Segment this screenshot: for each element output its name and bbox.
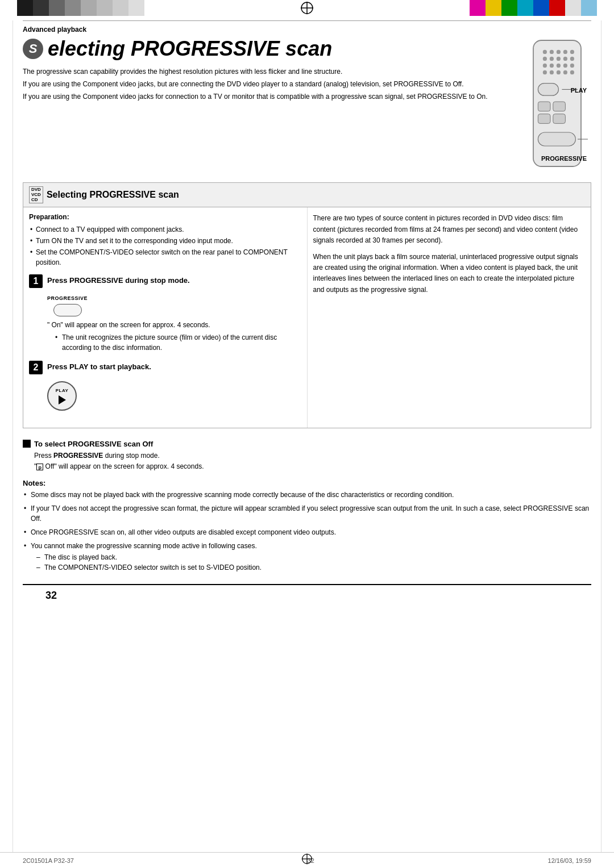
preparation-label: Preparation: <box>29 213 301 221</box>
svg-point-12 <box>563 57 567 61</box>
section-box-body: Preparation: Connect to a TV equipped wi… <box>23 207 591 428</box>
svg-point-23 <box>570 70 574 74</box>
big-title-section: electing PROGRESSIVE scan The progressiv… <box>23 37 591 173</box>
color-swatch-1 <box>17 0 33 16</box>
select-off-line-2: "p Off" will appear on the screen for ap… <box>34 461 591 472</box>
color-swatch-4 <box>65 0 81 16</box>
svg-point-22 <box>563 70 567 74</box>
select-off-title: To select PROGRESSIVE scan Off <box>34 440 153 448</box>
big-title: electing PROGRESSIVE scan <box>23 37 489 61</box>
svg-point-21 <box>557 70 561 74</box>
title-icon <box>23 39 43 59</box>
note-2: If your TV does not accept the progressi… <box>23 503 591 524</box>
note-1: Some discs may not be played back with t… <box>23 490 591 500</box>
notes-sub-list: The disc is played back. The COMPONENT/S… <box>31 552 591 573</box>
big-title-text-col: electing PROGRESSIVE scan The progressiv… <box>23 37 489 173</box>
big-title-intro: The progressive scan capability provides… <box>23 66 489 102</box>
svg-point-17 <box>563 64 567 68</box>
svg-rect-29 <box>553 114 566 124</box>
prep-item-2: Turn ON the TV and set it to the corresp… <box>29 236 301 246</box>
select-off-body: Press PROGRESSIVE during stop mode. "p O… <box>23 450 591 472</box>
color-swatch-5 <box>81 0 97 16</box>
page-number-section: 32 <box>23 584 591 606</box>
color-swatch-magenta <box>470 0 486 16</box>
step-1: 1 Press PROGRESSIVE during stop mode. PR… <box>29 274 301 353</box>
color-swatch-green <box>501 0 517 16</box>
notes-sub-item-2: The COMPONENT/S-VIDEO selector switch is… <box>36 562 591 573</box>
progressive-btn-label: PROGRESSIVE <box>47 295 88 303</box>
select-off-section: To select PROGRESSIVE scan Off Press PRO… <box>23 440 591 472</box>
play-btn-label-text: PLAY <box>56 387 69 394</box>
svg-point-7 <box>563 50 567 54</box>
svg-point-14 <box>543 64 547 68</box>
step-2-title: Press PLAY to start playback. <box>47 361 151 371</box>
svg-point-18 <box>570 64 574 68</box>
cd-icon: CD <box>31 198 41 203</box>
step-1-number: 1 <box>29 274 43 288</box>
svg-point-15 <box>550 64 554 68</box>
disc-icons: DVD VCD CD <box>29 186 43 203</box>
bottom-crosshair <box>301 853 313 866</box>
right-color-blocks <box>470 0 597 16</box>
select-off-header: To select PROGRESSIVE scan Off <box>23 440 591 448</box>
svg-point-6 <box>557 50 561 54</box>
svg-rect-24 <box>538 84 558 96</box>
select-off-line-1: Press PROGRESSIVE during stop mode. <box>34 450 591 461</box>
step-1-sub-bullets: The unit recognizes the picture source (… <box>47 332 301 353</box>
step-1-quote: " On" will appear on the screen for appr… <box>47 320 301 330</box>
step-2: 2 Press PLAY to start playback. PLAY <box>29 361 301 414</box>
footer-left: 2C01501A P32-37 <box>23 857 74 864</box>
play-triangle-icon <box>59 395 66 404</box>
step-1-header: 1 Press PROGRESSIVE during stop mode. <box>29 274 301 288</box>
svg-point-19 <box>543 70 547 74</box>
section-box-title: Selecting PROGRESSIVE scan <box>47 190 179 200</box>
svg-point-16 <box>557 64 561 68</box>
color-swatch-2 <box>33 0 49 16</box>
note-3: Once PROGRESSIVE scan on, all other vide… <box>23 527 591 537</box>
color-swatch-cyan <box>517 0 533 16</box>
step-2-header: 2 Press PLAY to start playback. <box>29 361 301 374</box>
svg-point-4 <box>543 50 547 54</box>
remote-svg <box>523 37 591 173</box>
color-swatch-blue <box>533 0 549 16</box>
play-btn-shape: PLAY <box>47 381 77 411</box>
color-swatch-8 <box>128 0 144 16</box>
remote-illustration: PLAY PROGRESSIVE <box>500 37 591 173</box>
notes-list: Some discs may not be played back with t… <box>23 490 591 573</box>
section-box-left: Preparation: Connect to a TV equipped wi… <box>23 207 308 428</box>
left-margin-line <box>13 20 13 852</box>
note-4: You cannot make the progressive scanning… <box>23 541 591 573</box>
left-color-blocks <box>17 0 144 16</box>
top-crosshair <box>300 1 314 15</box>
title-text: electing PROGRESSIVE scan <box>48 37 332 61</box>
svg-point-10 <box>550 57 554 61</box>
section-box: DVD VCD CD Selecting PROGRESSIVE scan Pr… <box>23 182 591 428</box>
svg-point-20 <box>550 70 554 74</box>
progressive-btn-illustration: PROGRESSIVE <box>47 295 88 316</box>
color-swatch-6 <box>97 0 113 16</box>
remote-play-label: PLAY <box>571 87 587 94</box>
notes-title: Notes: <box>23 479 591 487</box>
color-swatch-3 <box>49 0 65 16</box>
svg-rect-26 <box>538 102 550 111</box>
intro-para-1: The progressive scan capability provides… <box>23 66 489 77</box>
footer-right: 12/16/03, 19:59 <box>548 857 591 864</box>
page-number: 32 <box>45 590 57 602</box>
notes-section: Notes: Some discs may not be played back… <box>23 479 591 573</box>
svg-point-8 <box>570 50 574 54</box>
intro-para-3: If you are using the Component video jac… <box>23 91 489 102</box>
advanced-playback-label: Advanced playback <box>23 23 591 37</box>
svg-rect-28 <box>538 114 550 124</box>
step-1-title: Press PROGRESSIVE during stop mode. <box>47 274 190 285</box>
intro-para-2: If you are using the Component video jac… <box>23 79 489 89</box>
svg-point-9 <box>543 57 547 61</box>
color-swatch-red <box>549 0 565 16</box>
right-margin-line <box>601 20 601 852</box>
notes-sub-item-1: The disc is played back. <box>36 552 591 562</box>
remote-progressive-label: PROGRESSIVE <box>541 155 587 162</box>
color-swatch-yellow <box>486 0 501 16</box>
right-text-2: When the unit plays back a film source m… <box>313 252 586 295</box>
color-swatch-white <box>565 0 581 16</box>
black-square-icon <box>23 440 31 448</box>
svg-point-11 <box>557 57 561 61</box>
